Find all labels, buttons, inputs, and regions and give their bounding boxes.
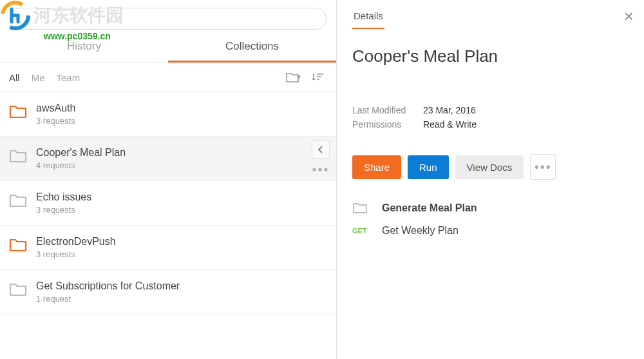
collection-meta: 4 requests xyxy=(36,160,327,170)
collapse-panel-icon[interactable] xyxy=(312,141,330,159)
folder-icon xyxy=(9,104,27,119)
search-bar-row xyxy=(0,0,336,35)
close-icon[interactable]: × xyxy=(624,8,634,24)
detail-folder-row[interactable]: Generate Meal Plan xyxy=(352,197,629,220)
detail-items-list: Generate Meal Plan GET Get Weekly Plan xyxy=(352,197,629,242)
detail-item-label: Generate Meal Plan xyxy=(382,202,477,214)
run-button[interactable]: Run xyxy=(408,155,449,179)
meta-permissions: Permissions Read & Write xyxy=(352,119,629,130)
collection-name: ElectronDevPush xyxy=(36,236,327,247)
row-more-icon[interactable]: ••• xyxy=(312,162,329,177)
collection-meta: 1 request xyxy=(36,294,327,304)
sort-icon[interactable] xyxy=(309,70,327,85)
details-panel: Details × Cooper's Meal Plan Last Modifi… xyxy=(337,0,644,359)
folder-icon xyxy=(9,193,27,208)
detail-actions: Share Run View Docs ••• xyxy=(352,154,629,180)
collection-meta: 3 requests xyxy=(36,249,327,259)
folder-icon xyxy=(9,148,27,164)
tab-history[interactable]: History xyxy=(0,35,168,63)
meta-last-modified: Last Modified 23 Mar, 2016 xyxy=(352,105,629,115)
tab-collections[interactable]: Collections xyxy=(168,35,336,63)
filter-all[interactable]: All xyxy=(9,72,20,83)
folder-icon xyxy=(352,202,382,215)
details-header: Details × xyxy=(337,0,644,28)
share-button[interactable]: Share xyxy=(352,155,401,179)
folder-icon xyxy=(9,237,27,253)
collection-row[interactable]: Echo issues 3 requests xyxy=(0,181,336,226)
collection-row[interactable]: awsAuth 3 requests xyxy=(0,92,336,137)
collection-list: awsAuth 3 requests Cooper's Meal Plan 4 … xyxy=(0,92,336,359)
collection-row[interactable]: Cooper's Meal Plan 4 requests ••• xyxy=(0,137,336,181)
details-body: Cooper's Meal Plan Last Modified 23 Mar,… xyxy=(337,28,644,252)
new-collection-icon[interactable] xyxy=(285,70,303,85)
more-actions-icon[interactable]: ••• xyxy=(530,154,556,180)
method-badge: GET xyxy=(352,226,382,236)
filter-team[interactable]: Team xyxy=(57,72,80,83)
folder-icon xyxy=(9,282,27,297)
meta-perm-value: Read & Write xyxy=(423,119,477,130)
collection-meta: 3 requests xyxy=(36,116,327,126)
detail-item-label: Get Weekly Plan xyxy=(382,225,459,237)
filter-row: All Me Team xyxy=(0,63,336,92)
collection-title: Cooper's Meal Plan xyxy=(352,46,629,66)
search-input[interactable] xyxy=(19,14,317,24)
view-docs-button[interactable]: View Docs xyxy=(455,155,524,179)
collection-name: Get Subscriptions for Customer xyxy=(36,280,327,292)
search-input-wrap[interactable] xyxy=(10,8,327,30)
detail-request-row[interactable]: GET Get Weekly Plan xyxy=(352,220,629,242)
collection-meta: 3 requests xyxy=(36,205,327,215)
collection-row[interactable]: Get Subscriptions for Customer 1 request xyxy=(0,270,336,315)
filter-me[interactable]: Me xyxy=(32,72,45,83)
meta-modified-value: 23 Mar, 2016 xyxy=(423,105,476,115)
details-tab[interactable]: Details xyxy=(352,4,384,29)
main-tabs: History Collections xyxy=(0,35,336,63)
left-panel: History Collections All Me Team awsAuth … xyxy=(0,0,337,359)
collection-name: Echo issues xyxy=(36,191,327,203)
meta-modified-label: Last Modified xyxy=(352,105,423,115)
collection-row[interactable]: ElectronDevPush 3 requests xyxy=(0,226,336,270)
collection-name: awsAuth xyxy=(36,102,327,114)
collection-name: Cooper's Meal Plan xyxy=(36,147,327,159)
meta-perm-label: Permissions xyxy=(352,119,423,130)
